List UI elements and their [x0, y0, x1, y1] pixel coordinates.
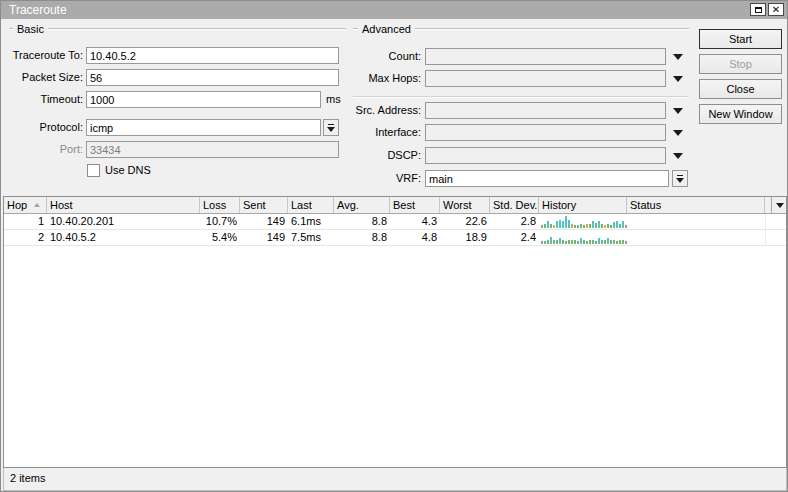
cell-avg: 8.8: [334, 230, 390, 245]
interface-input[interactable]: [425, 124, 666, 141]
history-sparkline: [541, 216, 627, 228]
close-window-button[interactable]: Close: [699, 79, 782, 99]
vrf-input[interactable]: [425, 170, 669, 187]
cell-last: 7.5ms: [288, 230, 334, 245]
column-header-best[interactable]: Best: [390, 197, 440, 213]
titlebar[interactable]: Traceroute ✕: [1, 1, 787, 19]
new-window-button[interactable]: New Window: [699, 104, 782, 124]
column-header-avg[interactable]: Avg.: [334, 197, 390, 213]
cell-stddev: 2.8: [490, 214, 539, 229]
start-button[interactable]: Start: [699, 29, 782, 49]
maximize-icon: [755, 7, 762, 13]
timeout-label: Timeout:: [1, 91, 83, 108]
table-header: HopHostLossSentLastAvg.BestWorstStd. Dev…: [4, 197, 786, 214]
vrf-dropdown-button[interactable]: [672, 170, 688, 187]
cell-stddev: 2.4: [490, 230, 539, 245]
traceroute-to-label: Traceroute To:: [1, 47, 83, 64]
count-label: Count:: [331, 48, 421, 65]
cell-worst: 18.9: [440, 230, 490, 245]
close-button[interactable]: ✕: [768, 3, 784, 16]
column-header-worst[interactable]: Worst: [440, 197, 490, 213]
packet-size-label: Packet Size:: [1, 69, 83, 86]
basic-group-line: [9, 28, 346, 29]
src-address-input[interactable]: [425, 102, 666, 119]
history-sparkline: [541, 237, 627, 244]
cell-hop: 2: [4, 230, 47, 245]
cell-status: [627, 230, 765, 245]
column-header-hop[interactable]: Hop: [4, 197, 47, 213]
packet-size-input[interactable]: [86, 69, 339, 86]
column-header-loss[interactable]: Loss: [200, 197, 240, 213]
cell-last: 6.1ms: [288, 214, 334, 229]
dropdown-arrow-icon: [776, 203, 784, 208]
cell-loss: 5.4%: [200, 230, 240, 245]
table-row[interactable]: 110.40.20.20110.7%1496.1ms8.84.322.62.8: [4, 214, 786, 230]
cell-history: [539, 214, 627, 229]
interface-dropdown-arrow-icon[interactable]: [673, 130, 683, 136]
protocol-label: Protocol:: [1, 119, 83, 136]
cell-avg: 8.8: [334, 214, 390, 229]
stop-button[interactable]: Stop: [699, 54, 782, 74]
cell-host: 10.40.20.201: [47, 214, 200, 229]
window-title: Traceroute: [9, 3, 67, 17]
row-spacer: [765, 214, 786, 229]
cell-status: [627, 214, 765, 229]
use-dns-label: Use DNS: [105, 164, 151, 177]
column-options-button[interactable]: [771, 197, 787, 213]
port-label: Port:: [1, 141, 83, 158]
count-dropdown-arrow-icon[interactable]: [673, 54, 683, 60]
table-body: 110.40.20.20110.7%1496.1ms8.84.322.62.82…: [4, 214, 786, 246]
advanced-separator: [353, 96, 689, 97]
maximize-button[interactable]: [750, 3, 766, 16]
cell-history: [539, 230, 627, 245]
cell-worst: 22.6: [440, 214, 490, 229]
count-input[interactable]: [425, 48, 666, 65]
statusbar: 2 items: [3, 468, 787, 491]
column-header-last[interactable]: Last: [288, 197, 334, 213]
max-hops-dropdown-arrow-icon[interactable]: [673, 76, 683, 82]
table-row[interactable]: 210.40.5.25.4%1497.5ms8.84.818.92.4: [4, 230, 786, 246]
port-input[interactable]: [86, 141, 339, 158]
column-header-history[interactable]: History: [539, 197, 627, 213]
src-address-label: Src. Address:: [331, 102, 421, 119]
interface-label: Interface:: [331, 124, 421, 141]
column-header-stddev[interactable]: Std. Dev.: [490, 197, 539, 213]
close-icon: ✕: [772, 5, 780, 15]
traceroute-to-input[interactable]: [86, 47, 339, 64]
use-dns-checkbox[interactable]: [87, 164, 100, 177]
max-hops-input[interactable]: [425, 70, 666, 87]
cell-loss: 10.7%: [200, 214, 240, 229]
advanced-group-legend: Advanced: [358, 23, 415, 35]
cell-hop: 1: [4, 214, 47, 229]
vrf-label: VRF:: [331, 170, 421, 187]
cell-best: 4.8: [390, 230, 440, 245]
protocol-input[interactable]: [86, 119, 321, 136]
src-address-dropdown-arrow-icon[interactable]: [673, 108, 683, 114]
column-header-status[interactable]: Status: [627, 197, 765, 213]
column-header-host[interactable]: Host: [47, 197, 200, 213]
cell-sent: 149: [240, 230, 288, 245]
cell-best: 4.3: [390, 214, 440, 229]
dscp-input[interactable]: [425, 147, 666, 164]
results-table: HopHostLossSentLastAvg.BestWorstStd. Dev…: [3, 196, 787, 468]
column-header-sent[interactable]: Sent: [240, 197, 288, 213]
dscp-label: DSCP:: [331, 147, 421, 164]
cell-host: 10.40.5.2: [47, 230, 200, 245]
cell-sent: 149: [240, 214, 288, 229]
combo-dropdown-icon: [677, 175, 683, 176]
timeout-input[interactable]: [86, 91, 321, 108]
traceroute-window: Traceroute ✕ Basic Traceroute To: Packet…: [0, 0, 788, 492]
item-count: 2 items: [10, 472, 45, 484]
max-hops-label: Max Hops:: [331, 70, 421, 87]
dscp-dropdown-arrow-icon[interactable]: [673, 153, 683, 159]
row-spacer: [765, 230, 786, 245]
basic-group-legend: Basic: [13, 23, 48, 35]
sort-ascending-icon: [34, 203, 40, 207]
